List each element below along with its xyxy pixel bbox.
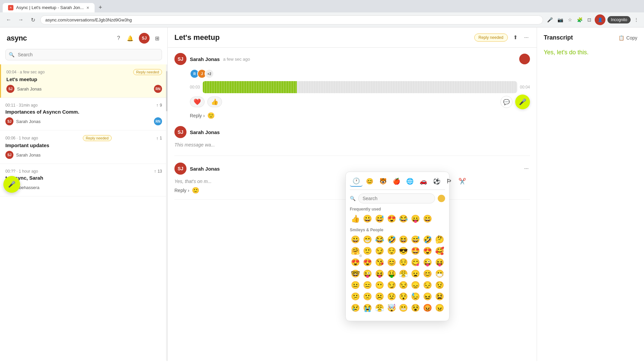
- back-btn[interactable]: ←: [4, 15, 13, 24]
- search-input[interactable]: [5, 49, 162, 60]
- msg-more-btn[interactable]: ···: [523, 164, 530, 173]
- emoji-cell[interactable]: 😏: [386, 280, 397, 291]
- sidebar-toggle-btn[interactable]: ⊞: [154, 34, 161, 43]
- emoji-cell[interactable]: 😯: [398, 291, 409, 302]
- help-btn[interactable]: ?: [116, 34, 121, 43]
- emoji-cell[interactable]: 😂: [398, 214, 409, 224]
- emoji-cell[interactable]: 😠: [434, 303, 445, 313]
- conversation-item[interactable]: 00:04 · a few sec ago Reply needed Let's…: [0, 64, 167, 98]
- star-nav-btn[interactable]: ☆: [567, 16, 574, 24]
- emoji-cell[interactable]: 😅: [374, 214, 385, 224]
- emoji-cell[interactable]: 😏: [374, 246, 385, 256]
- emoji-tab-symbols[interactable]: ✂️: [456, 176, 469, 187]
- mic-fab-btn[interactable]: 🎤: [3, 176, 20, 193]
- emoji-cell[interactable]: 😬: [398, 303, 409, 313]
- forward-btn[interactable]: →: [16, 15, 25, 24]
- emoji-cell[interactable]: 😕: [350, 291, 361, 302]
- heart-reaction[interactable]: ❤️: [190, 97, 205, 107]
- new-tab-btn[interactable]: +: [96, 3, 105, 12]
- emoji-cell[interactable]: 😍: [350, 257, 361, 268]
- emoji-cell[interactable]: 😓: [410, 291, 421, 302]
- emoji-tab-animals[interactable]: 🐯: [377, 176, 389, 187]
- tab-close-btn[interactable]: ×: [87, 5, 89, 10]
- emoji-cell[interactable]: 🤯: [386, 303, 397, 313]
- extensions-btn[interactable]: 🧩: [576, 16, 584, 24]
- emoji-cell[interactable]: 😷: [434, 268, 445, 279]
- emoji-tab-flags[interactable]: 🏳: [444, 176, 455, 187]
- layout-btn[interactable]: ⊡: [586, 16, 593, 24]
- share-btn[interactable]: ⬆: [512, 33, 519, 42]
- reply-btn[interactable]: Reply ›: [190, 113, 205, 118]
- refresh-btn[interactable]: ↻: [28, 15, 38, 24]
- emoji-cell[interactable]: 😊: [422, 268, 433, 279]
- emoji-cell[interactable]: 😫: [434, 291, 445, 302]
- profile-avatar[interactable]: 👤: [595, 14, 605, 25]
- camera-nav-btn[interactable]: 📷: [556, 16, 565, 24]
- emoji-cell[interactable]: 😦: [410, 268, 421, 279]
- emoji-cell[interactable]: 👍: [350, 214, 361, 224]
- emoji-cell[interactable]: 😊: [386, 257, 397, 268]
- emoji-cell[interactable]: 😀: [350, 234, 361, 245]
- emoji-cell[interactable]: 🙁: [362, 291, 373, 302]
- emoji-cell[interactable]: 😞: [410, 280, 421, 291]
- conversation-item[interactable]: 00:11 · 31min ago ↑ 9 Importances of Asy…: [0, 98, 167, 130]
- address-bar[interactable]: [40, 15, 543, 24]
- emoji-cell[interactable]: 😌: [386, 246, 397, 256]
- emoji-cell[interactable]: 😋: [410, 257, 421, 268]
- emoji-cell[interactable]: 😶: [374, 280, 385, 291]
- emoji-cell[interactable]: 🤓: [350, 268, 361, 279]
- emoji-search-input[interactable]: [358, 193, 435, 203]
- emoji-cell[interactable]: 😐: [350, 280, 361, 291]
- emoji-cell[interactable]: 😔: [422, 280, 433, 291]
- emoji-cell[interactable]: 😭: [362, 303, 373, 313]
- emoji-cell[interactable]: 🥰: [434, 246, 445, 256]
- emoji-cell[interactable]: 😅: [410, 234, 421, 245]
- emoji-cell[interactable]: 😤: [374, 303, 385, 313]
- emoji-tab-smileys[interactable]: 😊: [363, 176, 376, 187]
- emoji-cell[interactable]: 😟: [386, 291, 397, 302]
- emoji-cell[interactable]: 🙂: [362, 246, 373, 256]
- copy-btn[interactable]: 📋 Copy: [619, 35, 637, 41]
- thumbsup-reaction[interactable]: 👍: [207, 97, 222, 107]
- record-reply-btn[interactable]: 🎤: [515, 95, 530, 109]
- emoji-cell[interactable]: 🤗: [350, 246, 361, 256]
- active-tab[interactable]: A Async | Let's meetup - Sarah Jon... ×: [3, 3, 95, 12]
- emoji-cell[interactable]: 😝: [434, 257, 445, 268]
- emoji-tab-sports[interactable]: ⚽: [430, 176, 443, 187]
- emoji-cell[interactable]: 😎: [398, 246, 409, 256]
- bell-btn[interactable]: 🔔: [125, 34, 135, 43]
- emoji-cell[interactable]: 😍: [422, 246, 433, 256]
- emoji-cell[interactable]: 😢: [350, 303, 361, 313]
- skin-tone-btn[interactable]: [438, 195, 445, 202]
- emoji-cell[interactable]: 😜: [422, 257, 433, 268]
- conversation-item[interactable]: 00:?? · 1 hour ago ↑ 13 to Async, Sarah …: [0, 164, 167, 196]
- emoji-cell[interactable]: 🤑: [386, 268, 397, 279]
- emoji-cell[interactable]: 😟: [434, 280, 445, 291]
- emoji-cell[interactable]: 😄: [422, 214, 433, 224]
- emoji-cell[interactable]: 😆: [398, 234, 409, 245]
- emoji-cell[interactable]: 😒: [398, 280, 409, 291]
- incognito-btn[interactable]: Incognito: [607, 16, 631, 23]
- emoji-react-btn[interactable]: 🙂: [207, 112, 215, 119]
- emoji-cell[interactable]: 😜: [362, 268, 373, 279]
- reply-btn-2[interactable]: Reply ›: [174, 188, 189, 193]
- emoji-tab-vehicles[interactable]: 🚗: [417, 176, 430, 187]
- emoji-tab-recent[interactable]: 🕐: [350, 176, 363, 187]
- mic-nav-btn[interactable]: 🎤: [546, 16, 554, 24]
- emoji-cell[interactable]: 😌: [398, 257, 409, 268]
- emoji-cell[interactable]: ☹️: [374, 291, 385, 302]
- emoji-tab-food[interactable]: 🍎: [390, 176, 403, 187]
- conversation-item[interactable]: 00:06 · 1 hour ago Reply needed ↑ 1 Impo…: [0, 130, 167, 164]
- menu-btn[interactable]: ⋮: [633, 16, 640, 24]
- user-avatar[interactable]: SJ: [139, 33, 150, 44]
- emoji-cell[interactable]: 😑: [362, 280, 373, 291]
- comment-btn[interactable]: 💬: [500, 96, 513, 108]
- emoji-cell[interactable]: 🤣: [386, 234, 397, 245]
- emoji-cell[interactable]: 😍: [386, 214, 397, 224]
- emoji-cell[interactable]: 😀: [362, 214, 373, 224]
- emoji-tab-travel[interactable]: 🌐: [404, 176, 416, 187]
- emoji-cell[interactable]: 🤔: [434, 234, 445, 245]
- emoji-cell[interactable]: 😁: [362, 234, 373, 245]
- emoji-cell[interactable]: 😵: [410, 303, 421, 313]
- emoji-cell[interactable]: 😖: [422, 291, 433, 302]
